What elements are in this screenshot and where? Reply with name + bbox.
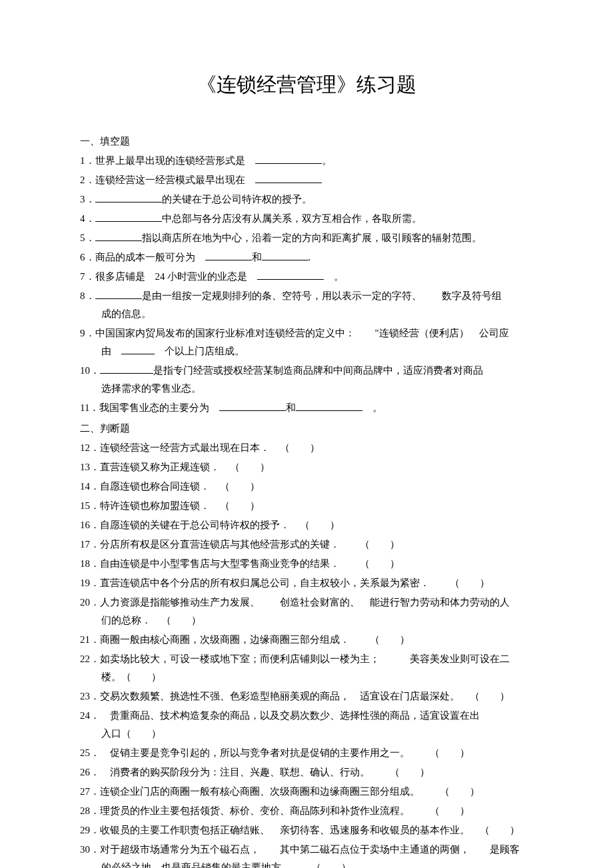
q-text: ．商圈一般由核心商圈，次级商圈，边缘商圈三部分组成． [90, 634, 350, 645]
q-text: 个以上门店组成。 [165, 346, 245, 356]
q29: 29．收银员的主要工作职责包括正确结账、 亲切待客、迅速服务和收银员的基本作业。… [80, 821, 533, 839]
blank [205, 250, 252, 260]
q-text: 指以商店所在地为中心，沿着一定的方向和距离扩展，吸引顾客的辐射范围。 [142, 232, 482, 243]
q18: 18．自由连锁是中小型零售店与大型零售商业竞争的结果． （ ） [80, 555, 533, 573]
blank [95, 231, 142, 241]
q22: 22．如卖场比较大，可设一楼或地下室；而便利店铺则以一楼为主； 美容美发业则可设… [80, 650, 533, 686]
q-num: 12 [80, 442, 90, 453]
q-num: 11 [80, 402, 89, 413]
q-text: ．我国零售业态的主要分为 [89, 402, 209, 413]
q-text: 选择需求的零售业态。 [101, 383, 201, 394]
q13: 13．直营连锁又称为正规连锁． （ ） [80, 458, 533, 476]
q-text: ． [90, 710, 100, 721]
section-judge-header: 二、判断题 [80, 420, 533, 438]
paren: （ ） [280, 442, 320, 453]
q-num: 5 [80, 232, 85, 243]
q-text: ．理货员的作业主要包括领货、标价、变价、商品陈列和补货作业流程。 [90, 805, 410, 816]
q-num: 21 [80, 634, 90, 645]
q-num: 7 [80, 271, 85, 282]
paren: （ ） [430, 747, 470, 758]
q-num: 18 [80, 558, 90, 569]
q-text: 数字及符号组 [442, 290, 502, 301]
q-text: 入口 [101, 728, 121, 739]
paren: （ ） [220, 481, 260, 492]
q-num: 16 [80, 520, 90, 530]
blank [95, 212, 162, 222]
q21: 21．商圈一般由核心商圈，次级商圈，边缘商圈三部分组成． （ ） [80, 631, 533, 649]
blank [255, 173, 322, 183]
q-text: 亲切待客、迅速服务和收银员的基本作业。 [280, 825, 470, 835]
q7: 7．很多店铺是 24 小时营业的业态是 。 [80, 268, 533, 286]
blank [262, 250, 308, 260]
section-fill-header: 一、填空题 [80, 133, 533, 151]
q-num: 22 [80, 653, 90, 664]
q-text: 是由一组按一定规则排列的条、空符号，用以表示一定的字符、 [142, 290, 422, 301]
q-text: ．特许连锁也称加盟连锁． [90, 500, 210, 511]
q16: 16．自愿连锁的关键在于总公司特许权的授予． （ ） [80, 516, 533, 534]
q-text: 楼。 [101, 671, 121, 682]
paren: （ ） [311, 862, 351, 868]
q30: 30．对于超级市场通常分为五个磁石点， 其中第二磁石点位于卖场中主通道的两侧， … [80, 841, 533, 868]
q10: 10．是指专门经营或授权经营某制造商品牌和中间商品牌中，适应消费者对商品 选择需… [80, 362, 533, 398]
q-text: 成的信息。 [101, 308, 151, 319]
q5: 5．指以商店所在地为中心，沿着一定的方向和距离扩展，吸引顾客的辐射范围。 [80, 229, 533, 247]
q-text: ． [90, 767, 100, 777]
q-text: 消费者的购买阶段分为：注目、兴趣、联想、确认、行动。 [110, 767, 370, 777]
q-text: 促销主要是竞争引起的，所以与竞争者对抗是促销的主要作用之一。 [110, 747, 410, 758]
q-text: 其中第二磁石点位于卖场中主通道的两侧， [280, 844, 470, 855]
q-text: ．对于超级市场通常分为五个磁石点， [90, 844, 260, 855]
q-text: ．连锁企业门店的商圈一般有核心商圈、次级商圈和边缘商圈三部分组成。 [90, 786, 420, 797]
q20: 20．人力资源是指能够推动生产力发展、 创造社会财富的、 能进行智力劳动和体力劳… [80, 594, 533, 630]
q-num: 30 [80, 844, 90, 855]
q-text: 们的总称． [101, 615, 151, 626]
paren: （ ） [470, 691, 510, 701]
blank [219, 401, 286, 411]
q-text: ． [90, 747, 100, 758]
q6: 6．商品的成本一般可分为 和. [80, 248, 533, 266]
q-text: ．交易次数频繁、挑选性不强、色彩造型艳丽美观的商品， [90, 691, 350, 701]
q-text: 的关键在于总公司特许权的授予。 [162, 194, 312, 205]
q-num: 4 [80, 213, 85, 224]
q-text: 的必经之地，也是商品销售的最主要地方。 [101, 862, 291, 868]
q-num: 6 [80, 252, 85, 262]
q-num: 9 [80, 328, 85, 338]
q-num: 3 [80, 194, 85, 205]
blank [296, 401, 362, 411]
q-num: 26 [80, 767, 90, 777]
paren: （ ） [121, 671, 161, 682]
q11: 11．我国零售业态的主要分为 和 。 [80, 399, 533, 417]
q-text: 和 [286, 402, 296, 413]
q-text: ． [85, 213, 95, 224]
paren: （ ） [121, 728, 161, 739]
q3: 3．的关键在于总公司特许权的授予。 [80, 191, 533, 209]
q-text: "连锁经营（便利店） [375, 328, 469, 338]
q1: 1．世界上最早出现的连锁经营形式是 。 [80, 152, 533, 170]
q-num: 15 [80, 500, 90, 511]
q4: 4．中总部与各分店没有从属关系，双方互相合作，各取所需。 [80, 210, 533, 228]
q-text: 是顾客 [490, 844, 520, 855]
q-text: ．很多店铺是 [85, 271, 145, 282]
q-text: 小时营业的业态是 [167, 271, 247, 282]
q-num: 17 [80, 539, 90, 550]
q-num: 2 [80, 175, 85, 185]
q-text: 适宜设在门店最深处。 [360, 691, 460, 701]
q-num: 27 [80, 786, 90, 797]
q-num: 13 [80, 462, 90, 472]
q-num: 1 [80, 155, 85, 166]
q26: 26． 消费者的购买阶段分为：注目、兴趣、联想、确认、行动。 （ ） [80, 763, 533, 781]
blank [121, 344, 155, 354]
q-text: ．商品的成本一般可分为 [85, 252, 195, 262]
blank [257, 270, 324, 280]
q-text: ．连锁经营这一经营模式最早出现在 [85, 175, 245, 185]
paren: （ ） [360, 539, 400, 550]
q12: 12．连锁经营这一经营方式最出现在日本． （ ） [80, 439, 533, 457]
q14: 14．自愿连锁也称合同连锁． （ ） [80, 478, 533, 496]
q-text: ．自愿连锁也称合同连锁． [90, 481, 210, 492]
q-text: ． [85, 194, 95, 205]
paren: （ ） [480, 825, 520, 835]
q-text: 。 [334, 271, 344, 282]
q-num: 23 [80, 691, 90, 701]
q-text: 和 [252, 252, 262, 262]
q-num: 24 [80, 710, 90, 721]
q-text: 24 [155, 271, 165, 282]
